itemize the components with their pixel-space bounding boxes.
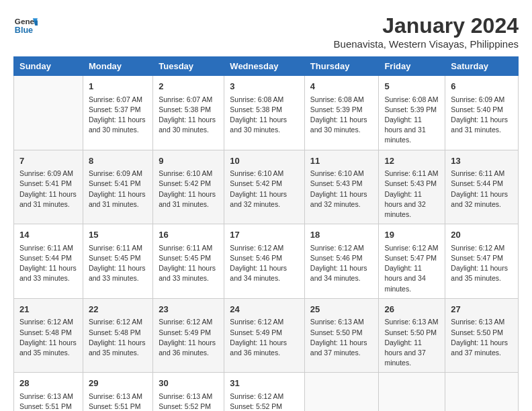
- sunset-text: Sunset: 5:45 PM: [89, 254, 141, 262]
- day-number: 5: [384, 80, 439, 93]
- day-number: 7: [19, 154, 77, 168]
- day-number: 26: [384, 303, 439, 316]
- calendar-cell: 30Sunrise: 6:13 AMSunset: 5:52 PMDayligh…: [153, 373, 224, 411]
- calendar-cell: 19Sunrise: 6:12 AMSunset: 5:47 PMDayligh…: [379, 224, 445, 299]
- daylight-text: Daylight: 11 hours and 30 minutes.: [159, 116, 216, 134]
- calendar-cell: [445, 373, 519, 411]
- sunrise-text: Sunrise: 6:12 AM: [19, 318, 73, 326]
- cell-content: Sunrise: 6:07 AMSunset: 5:37 PMDaylight:…: [89, 95, 147, 136]
- cell-content: Sunrise: 6:11 AMSunset: 5:44 PMDaylight:…: [451, 169, 513, 210]
- sunrise-text: Sunrise: 6:13 AM: [89, 392, 142, 400]
- day-number: 9: [159, 154, 218, 168]
- daylight-text: Daylight: 11 hours and 34 minutes.: [310, 264, 367, 282]
- calendar-cell: 23Sunrise: 6:12 AMSunset: 5:49 PMDayligh…: [153, 298, 224, 373]
- day-number: 15: [89, 228, 147, 242]
- calendar-cell: 6Sunrise: 6:09 AMSunset: 5:40 PMDaylight…: [445, 76, 519, 150]
- sunrise-text: Sunrise: 6:13 AM: [451, 318, 504, 326]
- calendar-cell: 20Sunrise: 6:12 AMSunset: 5:47 PMDayligh…: [445, 224, 519, 299]
- cell-content: Sunrise: 6:12 AMSunset: 5:47 PMDaylight:…: [384, 243, 439, 294]
- sunrise-text: Sunrise: 6:13 AM: [384, 318, 438, 326]
- cell-content: Sunrise: 6:09 AMSunset: 5:41 PMDaylight:…: [19, 169, 77, 210]
- day-number: 14: [19, 228, 77, 242]
- sunrise-text: Sunrise: 6:11 AM: [451, 169, 504, 177]
- sunset-text: Sunset: 5:42 PM: [230, 179, 282, 187]
- day-number: 13: [451, 154, 513, 168]
- sunrise-text: Sunrise: 6:09 AM: [89, 169, 142, 177]
- day-header-sunday: Sunday: [14, 57, 83, 76]
- calendar-cell: 26Sunrise: 6:13 AMSunset: 5:50 PMDayligh…: [379, 298, 445, 373]
- sunset-text: Sunset: 5:49 PM: [230, 328, 282, 336]
- daylight-text: Daylight: 11 hours and 31 minutes.: [159, 190, 216, 208]
- main-title: January 2024: [334, 13, 519, 38]
- sunrise-text: Sunrise: 6:11 AM: [159, 244, 212, 252]
- daylight-text: Daylight: 11 hours and 34 minutes.: [384, 264, 425, 292]
- calendar-cell: 31Sunrise: 6:12 AMSunset: 5:52 PMDayligh…: [224, 373, 305, 411]
- cell-content: Sunrise: 6:13 AMSunset: 5:51 PMDaylight:…: [19, 392, 77, 411]
- calendar-cell: 15Sunrise: 6:11 AMSunset: 5:45 PMDayligh…: [83, 224, 152, 299]
- day-number: 29: [89, 377, 147, 390]
- day-number: 23: [159, 303, 218, 316]
- calendar-cell: 4Sunrise: 6:08 AMSunset: 5:39 PMDaylight…: [304, 76, 379, 150]
- day-number: 31: [230, 377, 299, 390]
- calendar-week-4: 21Sunrise: 6:12 AMSunset: 5:48 PMDayligh…: [14, 298, 519, 373]
- daylight-text: Daylight: 11 hours and 30 minutes.: [89, 116, 146, 134]
- sunset-text: Sunset: 5:38 PM: [230, 105, 282, 113]
- calendar-cell: 13Sunrise: 6:11 AMSunset: 5:44 PMDayligh…: [445, 150, 519, 224]
- sunrise-text: Sunrise: 6:12 AM: [310, 244, 364, 252]
- day-header-wednesday: Wednesday: [224, 57, 305, 76]
- daylight-text: Daylight: 11 hours and 33 minutes.: [89, 264, 146, 282]
- daylight-text: Daylight: 11 hours and 33 minutes.: [19, 264, 77, 282]
- day-number: 17: [230, 228, 299, 242]
- cell-content: Sunrise: 6:12 AMSunset: 5:48 PMDaylight:…: [19, 317, 77, 358]
- day-number: 12: [384, 154, 439, 168]
- sunrise-text: Sunrise: 6:12 AM: [89, 318, 142, 326]
- sunset-text: Sunset: 5:50 PM: [384, 328, 437, 336]
- cell-content: Sunrise: 6:10 AMSunset: 5:43 PMDaylight:…: [310, 169, 373, 210]
- logo: General Blue: [13, 13, 38, 38]
- sunrise-text: Sunrise: 6:07 AM: [89, 95, 142, 103]
- calendar-cell: 5Sunrise: 6:08 AMSunset: 5:39 PMDaylight…: [379, 76, 445, 150]
- calendar-cell: [304, 373, 379, 411]
- sunrise-text: Sunrise: 6:12 AM: [230, 318, 283, 326]
- calendar-cell: 3Sunrise: 6:08 AMSunset: 5:38 PMDaylight…: [224, 76, 305, 150]
- calendar-cell: 12Sunrise: 6:11 AMSunset: 5:43 PMDayligh…: [379, 150, 445, 224]
- day-number: 18: [310, 228, 373, 242]
- daylight-text: Daylight: 11 hours and 30 minutes.: [310, 116, 367, 134]
- day-number: 3: [230, 80, 299, 93]
- cell-content: Sunrise: 6:13 AMSunset: 5:50 PMDaylight:…: [310, 317, 373, 358]
- day-number: 27: [451, 303, 513, 316]
- sunset-text: Sunset: 5:46 PM: [230, 254, 282, 262]
- sunset-text: Sunset: 5:48 PM: [89, 328, 141, 336]
- sunrise-text: Sunrise: 6:11 AM: [19, 244, 73, 252]
- day-number: 16: [159, 228, 218, 242]
- calendar-cell: 2Sunrise: 6:07 AMSunset: 5:38 PMDaylight…: [153, 76, 224, 150]
- calendar-cell: 8Sunrise: 6:09 AMSunset: 5:41 PMDaylight…: [83, 150, 152, 224]
- cell-content: Sunrise: 6:09 AMSunset: 5:41 PMDaylight:…: [89, 169, 147, 210]
- calendar-week-1: 1Sunrise: 6:07 AMSunset: 5:37 PMDaylight…: [14, 76, 519, 150]
- svg-text:Blue: Blue: [15, 26, 33, 35]
- calendar-week-2: 7Sunrise: 6:09 AMSunset: 5:41 PMDaylight…: [14, 150, 519, 224]
- day-number: 28: [19, 377, 77, 390]
- daylight-text: Daylight: 11 hours and 32 minutes.: [384, 190, 425, 218]
- day-number: 6: [451, 80, 513, 93]
- day-header-tuesday: Tuesday: [153, 57, 224, 76]
- calendar-cell: 14Sunrise: 6:11 AMSunset: 5:44 PMDayligh…: [14, 224, 83, 299]
- cell-content: Sunrise: 6:08 AMSunset: 5:39 PMDaylight:…: [384, 95, 439, 146]
- day-header-saturday: Saturday: [445, 57, 519, 76]
- sunset-text: Sunset: 5:50 PM: [310, 328, 363, 336]
- cell-content: Sunrise: 6:10 AMSunset: 5:42 PMDaylight:…: [159, 169, 218, 210]
- sunrise-text: Sunrise: 6:08 AM: [230, 95, 283, 103]
- calendar-cell: 21Sunrise: 6:12 AMSunset: 5:48 PMDayligh…: [14, 298, 83, 373]
- daylight-text: Daylight: 11 hours and 37 minutes.: [384, 338, 425, 367]
- cell-content: Sunrise: 6:13 AMSunset: 5:50 PMDaylight:…: [451, 317, 513, 358]
- day-number: 30: [159, 377, 218, 390]
- cell-content: Sunrise: 6:13 AMSunset: 5:50 PMDaylight:…: [384, 317, 439, 368]
- sunset-text: Sunset: 5:47 PM: [384, 254, 437, 262]
- sunset-text: Sunset: 5:47 PM: [451, 254, 503, 262]
- day-number: 10: [230, 154, 299, 168]
- daylight-text: Daylight: 11 hours and 36 minutes.: [230, 338, 287, 357]
- cell-content: Sunrise: 6:12 AMSunset: 5:46 PMDaylight:…: [310, 243, 373, 284]
- cell-content: Sunrise: 6:11 AMSunset: 5:44 PMDaylight:…: [19, 243, 77, 284]
- daylight-text: Daylight: 11 hours and 31 minutes.: [19, 190, 77, 208]
- sunrise-text: Sunrise: 6:10 AM: [159, 169, 212, 177]
